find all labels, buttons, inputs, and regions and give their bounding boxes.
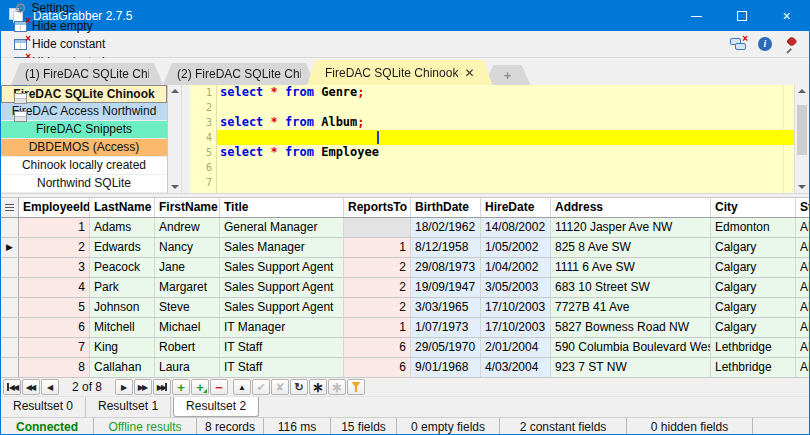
maximize-button[interactable] xyxy=(719,1,764,31)
editor-text-area[interactable]: select * from Genre;select * from Album;… xyxy=(217,85,794,193)
column-header-address[interactable]: Address xyxy=(551,198,711,217)
cell-employeeid[interactable]: 8 xyxy=(19,358,90,377)
goto-bookmark-button[interactable]: ∗ xyxy=(328,379,346,395)
cell-firstname[interactable]: Michael xyxy=(155,318,220,337)
column-header-employeeid[interactable]: EmployeeId xyxy=(19,198,90,217)
vertical-splitter[interactable] xyxy=(182,85,190,193)
cell-hiredate[interactable]: 17/10/2003 xyxy=(481,318,551,337)
cell-address[interactable]: 923 7 ST NW xyxy=(551,358,711,377)
tab-close-icon[interactable]: ✕ xyxy=(464,66,474,80)
toolbar-button-hide-constant[interactable]: ×Hide constant xyxy=(7,35,112,53)
toolbar-button-settings[interactable]: ⚙Settings xyxy=(7,0,112,17)
cell-hiredate[interactable]: 1/05/2002 xyxy=(481,238,551,257)
column-header-hiredate[interactable]: HireDate xyxy=(481,198,551,217)
column-header-firstname[interactable]: FirstName xyxy=(155,198,220,217)
cell-birthdate[interactable]: 3/03/1965 xyxy=(411,298,481,317)
cell-firstname[interactable]: Robert xyxy=(155,338,220,357)
cell-employeeid[interactable]: 4 xyxy=(19,278,90,297)
cell-address[interactable]: 7727B 41 Ave xyxy=(551,298,711,317)
resultset-tab-0[interactable]: Resultset 0 xyxy=(1,397,86,417)
cell-hiredate[interactable]: 4/03/2004 xyxy=(481,358,551,377)
sidebar-item-5[interactable]: Chinook locally created xyxy=(1,157,167,175)
cell-reportsto[interactable]: 2 xyxy=(344,278,411,297)
cell-state[interactable]: AB xyxy=(796,258,809,277)
filter-button[interactable] xyxy=(347,379,365,395)
post-edit-button[interactable]: ✔ xyxy=(252,379,270,395)
edit-record-button[interactable]: ▲ xyxy=(233,379,251,395)
column-header-state[interactable]: State xyxy=(796,198,809,217)
sidebar-item-6[interactable]: Northwind SQLite xyxy=(1,175,167,193)
cell-hiredate[interactable]: 3/05/2003 xyxy=(481,278,551,297)
next-record-button[interactable]: ▶ xyxy=(115,379,133,395)
cell-title[interactable]: IT Staff xyxy=(220,358,344,377)
cell-city[interactable]: Edmonton xyxy=(711,218,796,237)
cell-city[interactable]: Calgary xyxy=(711,298,796,317)
cell-state[interactable]: AB xyxy=(796,358,809,377)
cell-city[interactable]: Lethbridge xyxy=(711,338,796,357)
cell-address[interactable]: 590 Columbia Boulevard West xyxy=(551,338,711,357)
cell-birthdate[interactable]: 29/05/1970 xyxy=(411,338,481,357)
cell-lastname[interactable]: Peacock xyxy=(90,258,155,277)
info-button[interactable]: i xyxy=(756,35,774,53)
cell-hiredate[interactable]: 2/01/2004 xyxy=(481,338,551,357)
cell-title[interactable]: IT Staff xyxy=(220,338,344,357)
set-bookmark-button[interactable]: ∗ xyxy=(309,379,327,395)
cell-employeeid[interactable]: 1 xyxy=(19,218,90,237)
cell-hiredate[interactable]: 17/10/2003 xyxy=(481,298,551,317)
cell-reportsto[interactable]: 1 xyxy=(344,318,411,337)
cell-state[interactable]: AB xyxy=(796,298,809,317)
cell-reportsto[interactable]: 2 xyxy=(344,298,411,317)
cell-reportsto[interactable]: 6 xyxy=(344,358,411,377)
editor-scrollbar[interactable] xyxy=(794,85,809,193)
cancel-edit-button[interactable]: ✘ xyxy=(271,379,289,395)
append-record-button[interactable]: + xyxy=(191,379,209,395)
cell-reportsto[interactable]: 6 xyxy=(344,338,411,357)
cell-city[interactable]: Lethbridge xyxy=(711,358,796,377)
cell-lastname[interactable]: King xyxy=(90,338,155,357)
cell-address[interactable]: 11120 Jasper Ave NW xyxy=(551,218,711,237)
sidebar-item-4[interactable]: DBDEMOS (Access) xyxy=(1,139,167,157)
cell-lastname[interactable]: Adams xyxy=(90,218,155,237)
cell-employeeid[interactable]: 2 xyxy=(19,238,90,257)
cell-birthdate[interactable]: 8/12/1958 xyxy=(411,238,481,257)
column-header-lastname[interactable]: LastName xyxy=(90,198,155,217)
scrollbar-thumb[interactable] xyxy=(797,105,807,155)
cell-birthdate[interactable]: 18/02/1962 xyxy=(411,218,481,237)
next-page-button[interactable]: ▶▶ xyxy=(134,379,152,395)
disconnect-button[interactable]: × xyxy=(728,36,748,52)
cell-city[interactable]: Calgary xyxy=(711,238,796,257)
resultset-tab-2[interactable]: Resultset 2 xyxy=(173,397,259,417)
cell-address[interactable]: 825 8 Ave SW xyxy=(551,238,711,257)
cell-lastname[interactable]: Mitchell xyxy=(90,318,155,337)
cell-birthdate[interactable]: 9/01/1968 xyxy=(411,358,481,377)
cell-reportsto[interactable]: 1 xyxy=(344,238,411,257)
cell-reportsto[interactable] xyxy=(344,218,411,237)
cell-firstname[interactable]: Laura xyxy=(155,358,220,377)
cell-title[interactable]: Sales Manager xyxy=(220,238,344,257)
delete-record-button[interactable]: − xyxy=(210,379,228,395)
cell-firstname[interactable]: Margaret xyxy=(155,278,220,297)
cell-employeeid[interactable]: 5 xyxy=(19,298,90,317)
cell-address[interactable]: 1111 6 Ave SW xyxy=(551,258,711,277)
cell-lastname[interactable]: Callahan xyxy=(90,358,155,377)
cell-state[interactable]: AB xyxy=(796,218,809,237)
sql-editor[interactable]: 1234567 select * from Genre;select * fro… xyxy=(190,85,809,193)
cell-city[interactable]: Calgary xyxy=(711,278,796,297)
cell-birthdate[interactable]: 19/09/1947 xyxy=(411,278,481,297)
cell-firstname[interactable]: Nancy xyxy=(155,238,220,257)
cell-city[interactable]: Calgary xyxy=(711,318,796,337)
cell-address[interactable]: 5827 Bowness Road NW xyxy=(551,318,711,337)
cell-birthdate[interactable]: 29/08/1973 xyxy=(411,258,481,277)
prior-page-button[interactable]: ◀◀ xyxy=(22,379,40,395)
pin-button[interactable] xyxy=(782,35,799,53)
cell-address[interactable]: 683 10 Street SW xyxy=(551,278,711,297)
cell-state[interactable]: AB xyxy=(796,278,809,297)
cell-employeeid[interactable]: 3 xyxy=(19,258,90,277)
column-chooser-button[interactable] xyxy=(1,198,19,217)
cell-state[interactable]: AB xyxy=(796,238,809,257)
cell-reportsto[interactable]: 2 xyxy=(344,258,411,277)
column-header-city[interactable]: City xyxy=(711,198,796,217)
minimize-button[interactable] xyxy=(674,1,719,31)
cell-lastname[interactable]: Johnson xyxy=(90,298,155,317)
cell-state[interactable]: AB xyxy=(796,338,809,357)
